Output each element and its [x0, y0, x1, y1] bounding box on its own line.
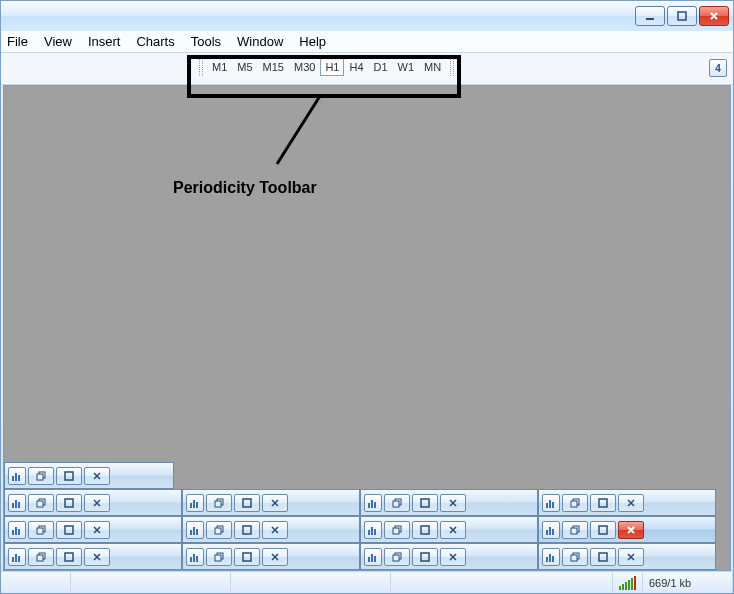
mdi-maximize-button[interactable]: [56, 467, 82, 485]
menu-insert[interactable]: Insert: [88, 34, 121, 49]
maximize-icon: [64, 552, 74, 562]
mdi-maximize-button[interactable]: [412, 521, 438, 539]
mdi-maximize-button[interactable]: [590, 521, 616, 539]
period-m1[interactable]: M1: [207, 58, 232, 76]
mdi-restore-button[interactable]: [28, 548, 54, 566]
mdi-maximize-button[interactable]: [412, 494, 438, 512]
mdi-window[interactable]: [182, 543, 360, 570]
mdi-maximize-button[interactable]: [56, 548, 82, 566]
mdi-maximize-button[interactable]: [56, 521, 82, 539]
svg-rect-55: [571, 528, 577, 534]
mdi-maximize-button[interactable]: [590, 494, 616, 512]
svg-rect-40: [193, 527, 195, 535]
maximize-button[interactable]: [667, 6, 697, 26]
mdi-close-button[interactable]: [262, 548, 288, 566]
restore-icon: [214, 498, 224, 508]
mdi-maximize-button[interactable]: [412, 548, 438, 566]
svg-rect-51: [546, 530, 548, 535]
mdi-restore-button[interactable]: [206, 548, 232, 566]
menubar: File View Insert Charts Tools Window Hel…: [1, 31, 733, 53]
mdi-window-active[interactable]: [538, 516, 716, 543]
mdi-restore-button[interactable]: [562, 548, 588, 566]
maximize-icon: [64, 498, 74, 508]
period-m15[interactable]: M15: [258, 58, 289, 76]
menu-charts[interactable]: Charts: [136, 34, 174, 49]
toolbar-grip-icon[interactable]: [450, 58, 454, 76]
mdi-close-button[interactable]: [84, 494, 110, 512]
mdi-restore-button[interactable]: [384, 494, 410, 512]
svg-rect-68: [243, 553, 251, 561]
mdi-window[interactable]: [360, 543, 538, 570]
mdi-close-button[interactable]: [618, 548, 644, 566]
mdi-close-button[interactable]: [618, 521, 644, 539]
mdi-restore-button[interactable]: [28, 494, 54, 512]
mdi-window[interactable]: [360, 516, 538, 543]
mdi-window[interactable]: [182, 489, 360, 516]
mdi-close-button[interactable]: [84, 521, 110, 539]
svg-rect-71: [374, 556, 376, 562]
svg-rect-9: [12, 503, 14, 508]
close-icon: [709, 11, 719, 21]
svg-rect-79: [571, 555, 577, 561]
mdi-close-button[interactable]: [618, 494, 644, 512]
svg-rect-77: [552, 556, 554, 562]
mdi-restore-button[interactable]: [384, 521, 410, 539]
period-w1[interactable]: W1: [393, 58, 420, 76]
mdi-close-button[interactable]: [262, 494, 288, 512]
mdi-window[interactable]: [182, 516, 360, 543]
mdi-maximize-button[interactable]: [234, 548, 260, 566]
mdi-close-button[interactable]: [84, 548, 110, 566]
period-mn[interactable]: MN: [419, 58, 446, 76]
close-button[interactable]: [699, 6, 729, 26]
mdi-close-button[interactable]: [440, 521, 466, 539]
svg-rect-20: [243, 499, 251, 507]
windows-count-badge[interactable]: 4: [709, 59, 727, 77]
svg-rect-35: [18, 529, 20, 535]
period-d1[interactable]: D1: [369, 58, 393, 76]
mdi-restore-button[interactable]: [28, 521, 54, 539]
mdi-restore-button[interactable]: [28, 467, 54, 485]
svg-rect-52: [549, 527, 551, 535]
mdi-close-button[interactable]: [84, 467, 110, 485]
close-icon: [270, 552, 280, 562]
period-m5[interactable]: M5: [232, 58, 257, 76]
menu-window[interactable]: Window: [237, 34, 283, 49]
chart-icon: [8, 494, 26, 512]
mdi-restore-button[interactable]: [384, 548, 410, 566]
mdi-close-button[interactable]: [440, 494, 466, 512]
mdi-close-button[interactable]: [440, 548, 466, 566]
mdi-window[interactable]: [4, 462, 174, 489]
menu-view[interactable]: View: [44, 34, 72, 49]
minimize-button[interactable]: [635, 6, 665, 26]
mdi-restore-button[interactable]: [562, 494, 588, 512]
restore-icon: [36, 498, 46, 508]
period-h1[interactable]: H1: [320, 58, 344, 76]
chart-icon: [8, 548, 26, 566]
svg-rect-1: [678, 12, 686, 20]
period-h4[interactable]: H4: [344, 58, 368, 76]
mdi-maximize-button[interactable]: [56, 494, 82, 512]
mdi-window[interactable]: [4, 516, 182, 543]
maximize-icon: [64, 525, 74, 535]
mdi-window[interactable]: [4, 543, 182, 570]
mdi-window[interactable]: [538, 489, 716, 516]
mdi-window[interactable]: [4, 489, 182, 516]
mdi-maximize-button[interactable]: [234, 494, 260, 512]
mdi-window[interactable]: [360, 489, 538, 516]
mdi-window[interactable]: [538, 543, 716, 570]
mdi-close-button[interactable]: [262, 521, 288, 539]
connection-signal: [613, 572, 643, 593]
menu-help[interactable]: Help: [299, 34, 326, 49]
maximize-icon: [598, 552, 608, 562]
svg-rect-57: [12, 557, 14, 562]
mdi-maximize-button[interactable]: [234, 521, 260, 539]
mdi-restore-button[interactable]: [206, 521, 232, 539]
menu-file[interactable]: File: [7, 34, 28, 49]
period-m30[interactable]: M30: [289, 58, 320, 76]
menu-tools[interactable]: Tools: [191, 34, 221, 49]
close-icon: [448, 525, 458, 535]
mdi-maximize-button[interactable]: [590, 548, 616, 566]
mdi-restore-button[interactable]: [562, 521, 588, 539]
mdi-restore-button[interactable]: [206, 494, 232, 512]
toolbar-grip-icon[interactable]: [199, 58, 203, 76]
